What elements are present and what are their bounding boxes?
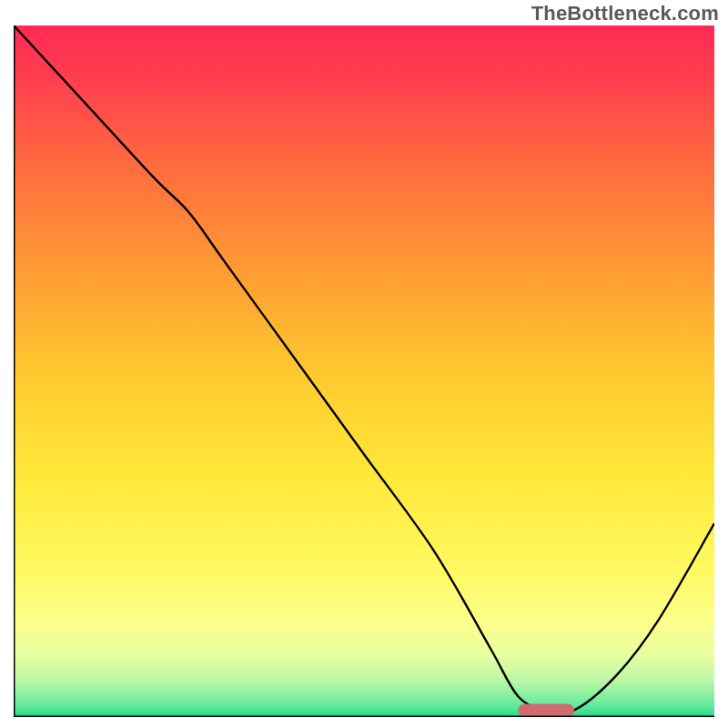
bottleneck-chart xyxy=(14,25,714,717)
watermark-text: TheBottleneck.com xyxy=(531,2,719,25)
gradient-background xyxy=(14,25,714,717)
optimum-marker xyxy=(518,703,574,716)
chart-svg xyxy=(14,25,714,717)
